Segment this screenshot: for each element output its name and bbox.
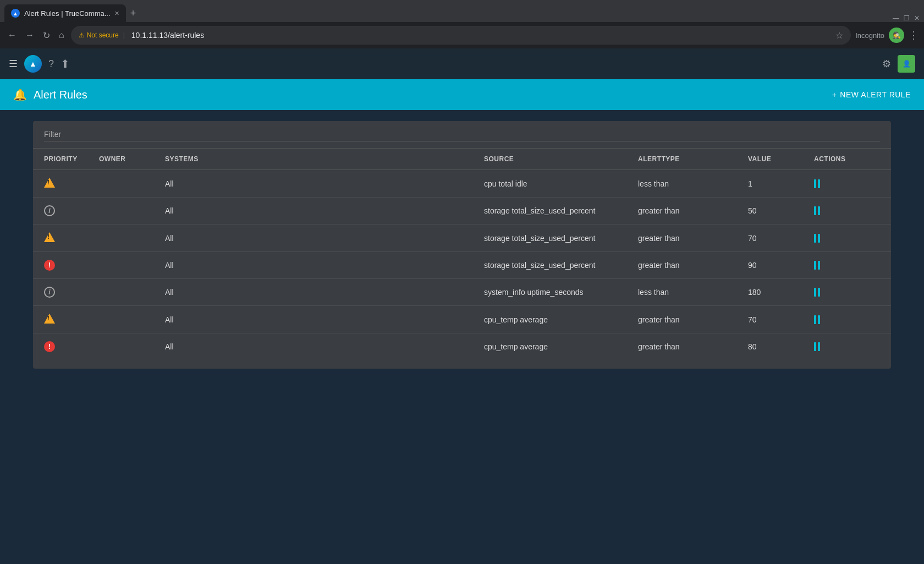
nav-back-btn[interactable]: ← xyxy=(6,28,19,42)
pause-button[interactable] xyxy=(814,288,880,297)
cell-alerttype: less than xyxy=(638,179,748,188)
pause-bar-right xyxy=(818,179,820,188)
filter-label: Filter xyxy=(44,130,880,139)
cell-value: 80 xyxy=(748,342,814,351)
cell-systems: All xyxy=(165,206,484,215)
address-bar[interactable]: ⚠ Not secure | 10.1.11.13/alert-rules ☆ xyxy=(71,26,851,45)
cell-actions xyxy=(814,261,880,270)
warning-icon xyxy=(44,314,55,324)
col-source: SOURCE xyxy=(484,155,638,163)
cell-source: cpu total idle xyxy=(484,179,638,188)
plus-icon: + xyxy=(832,90,837,99)
tab-bar: ▲ Alert Rules | TrueComma... × + — ❐ ✕ xyxy=(0,0,924,22)
info-icon: i xyxy=(44,205,55,216)
cell-systems: All xyxy=(165,179,484,188)
pause-bar-right xyxy=(818,315,820,324)
incognito-label: Incognito xyxy=(855,31,884,40)
cell-value: 70 xyxy=(748,315,814,324)
pause-button[interactable] xyxy=(814,261,880,270)
col-owner: OWNER xyxy=(99,155,165,163)
pause-bar-left xyxy=(814,179,816,188)
tab-favicon: ▲ xyxy=(11,9,20,18)
cell-source: storage total_size_used_percent xyxy=(484,206,638,215)
table-row: i All system_info uptime_seconds less th… xyxy=(33,279,891,306)
window-restore-btn[interactable]: ❐ xyxy=(904,14,910,22)
cell-priority xyxy=(44,178,99,189)
user-avatar[interactable]: 👤 xyxy=(898,55,915,73)
main-content: Filter PRIORITY OWNER SYSTEMS SOURCE ALE… xyxy=(0,110,924,564)
browser-menu-btn[interactable]: ⋮ xyxy=(909,29,919,41)
pause-bar-left xyxy=(814,315,816,324)
pause-bar-left xyxy=(814,206,816,215)
cell-alerttype: greater than xyxy=(638,234,748,243)
pause-button[interactable] xyxy=(814,179,880,188)
pause-bar-right xyxy=(818,261,820,270)
window-minimize-btn[interactable]: — xyxy=(893,14,899,22)
window-close-btn[interactable]: ✕ xyxy=(914,14,920,22)
new-alert-rule-button[interactable]: + NEW ALERT RULE xyxy=(832,90,911,99)
browser-chrome: ▲ Alert Rules | TrueComma... × + — ❐ ✕ ←… xyxy=(0,0,924,48)
pause-button[interactable] xyxy=(814,234,880,243)
security-label: Not secure xyxy=(87,31,119,39)
cell-priority: i xyxy=(44,287,99,298)
table-row: All cpu_temp average greater than 70 xyxy=(33,306,891,333)
pause-button[interactable] xyxy=(814,206,880,215)
cell-alerttype: greater than xyxy=(638,315,748,324)
profile-icon-symbol: 🕵 xyxy=(893,31,901,39)
pause-bar-right xyxy=(818,234,820,243)
cell-priority: ! xyxy=(44,260,99,271)
app-toolbar: ☰ ▲ ? ⬆ ⚙ 👤 xyxy=(0,48,924,79)
cell-source: system_info uptime_seconds xyxy=(484,288,638,297)
active-tab[interactable]: ▲ Alert Rules | TrueComma... × xyxy=(4,4,126,22)
window-controls: — ❐ ✕ xyxy=(893,14,924,22)
address-text: 10.1.11.13/alert-rules xyxy=(131,31,204,40)
col-alerttype: ALERTTYPE xyxy=(638,155,748,163)
new-tab-btn[interactable]: + xyxy=(126,4,141,22)
critical-icon: ! xyxy=(44,341,55,352)
table-row: ! All cpu_temp average greater than 80 xyxy=(33,333,891,360)
cell-actions xyxy=(814,179,880,188)
critical-icon: ! xyxy=(44,260,55,271)
col-value: VALUE xyxy=(748,155,814,163)
cell-source: cpu_temp average xyxy=(484,342,638,351)
cell-priority: i xyxy=(44,205,99,216)
cell-actions xyxy=(814,315,880,324)
nav-home-btn[interactable]: ⌂ xyxy=(57,28,67,42)
warning-icon xyxy=(44,178,55,188)
nav-forward-btn[interactable]: → xyxy=(23,28,36,42)
cell-priority xyxy=(44,232,99,244)
tab-close-btn[interactable]: × xyxy=(115,9,119,18)
bookmark-icon[interactable]: ☆ xyxy=(835,30,843,41)
pause-bar-left xyxy=(814,288,816,297)
pause-bar-right xyxy=(818,288,820,297)
table-row: i All storage total_size_used_percent gr… xyxy=(33,198,891,224)
cell-value: 180 xyxy=(748,288,814,297)
security-badge: ⚠ Not secure | xyxy=(79,31,127,39)
cell-systems: All xyxy=(165,234,484,243)
cell-priority xyxy=(44,314,99,325)
alert-bell-icon: 🔔 xyxy=(13,88,27,101)
logo-icon: ▲ xyxy=(29,59,37,68)
cell-value: 50 xyxy=(748,206,814,215)
help-icon[interactable]: ? xyxy=(48,58,54,70)
pause-button[interactable] xyxy=(814,342,880,351)
hamburger-menu-btn[interactable]: ☰ xyxy=(9,58,18,70)
table-body: All cpu total idle less than 1 i All sto… xyxy=(33,170,891,360)
export-icon[interactable]: ⬆ xyxy=(61,57,70,70)
pause-bar-left xyxy=(814,342,816,351)
table-row: All cpu total idle less than 1 xyxy=(33,170,891,198)
pause-button[interactable] xyxy=(814,315,880,324)
profile-area: Incognito 🕵 ⋮ xyxy=(855,28,919,43)
cell-source: cpu_temp average xyxy=(484,315,638,324)
new-alert-label: NEW ALERT RULE xyxy=(840,90,911,99)
settings-icon[interactable]: ⚙ xyxy=(882,58,891,70)
security-warning-icon: ⚠ xyxy=(79,31,85,39)
cell-alerttype: less than xyxy=(638,288,748,297)
table-row: All storage total_size_used_percent grea… xyxy=(33,224,891,252)
pause-bar-left xyxy=(814,234,816,243)
warning-icon xyxy=(44,232,55,242)
cell-actions xyxy=(814,342,880,351)
nav-reload-btn[interactable]: ↻ xyxy=(41,28,52,43)
profile-avatar[interactable]: 🕵 xyxy=(889,28,904,43)
pause-bar-left xyxy=(814,261,816,270)
